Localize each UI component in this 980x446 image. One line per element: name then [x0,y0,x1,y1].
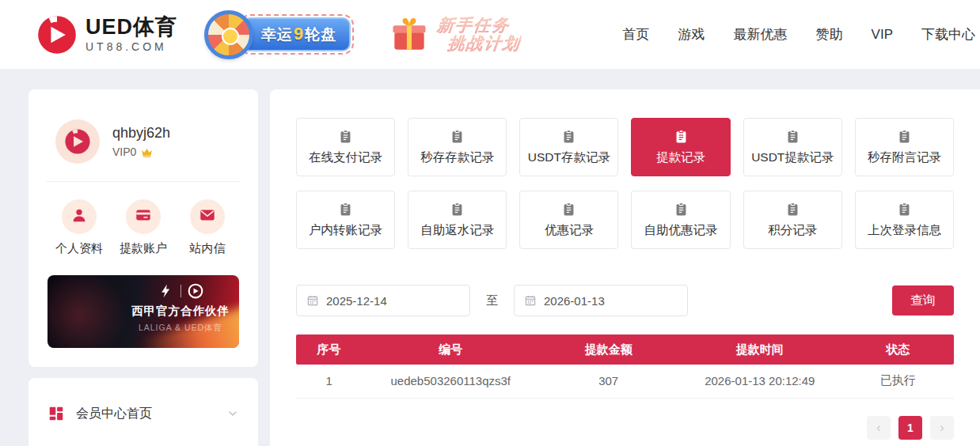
calendar-icon [524,294,537,307]
record-tab-label: 优惠记录 [545,222,594,239]
banner-title: 西甲官方合作伙伴 [131,304,230,319]
site-domain: UT88.COM [85,40,177,53]
record-tab-3[interactable]: 提款记录 [631,118,730,176]
shortcut-label: 提款账户 [120,241,167,256]
clipboard-icon [450,202,465,217]
shortcut-label: 个人资料 [55,241,103,256]
table-body: 1uedeb503260113qzs3f3072026-01-13 20:12:… [296,365,954,398]
date-from-value: 2025-12-14 [326,294,387,308]
record-tab-label: 提款记录 [656,149,705,166]
record-tabs: 在线支付记录秒存存款记录USDT存款记录提款记录USDT提款记录秒存附言记录户内… [296,118,954,249]
brand-arrow-icon [36,14,78,55]
menu-item-1[interactable]: 账户中心 [46,441,241,446]
newbie-task-line1: 新手任务 [436,16,511,34]
table-header-cell: 提款时间 [678,334,842,365]
gift-icon [387,13,431,57]
clipboard-icon [785,129,800,144]
record-tab-label: 户内转账记录 [309,222,382,239]
record-tab-label: 上次登录信息 [868,222,941,239]
promo-newbie-task[interactable]: 新手任务 挑战计划 [387,13,522,57]
table-header: 序号编号提款金额提款时间状态 [296,334,954,365]
grid-icon [47,405,65,422]
table-cell: 307 [539,365,678,398]
nav-link-5[interactable]: 下载中心 [921,25,975,43]
clipboard-icon [338,129,353,144]
record-tab-9[interactable]: 自助优惠记录 [631,191,730,249]
record-tab-11[interactable]: 上次登录信息 [855,191,954,249]
clipboard-icon [561,129,576,144]
nav-link-3[interactable]: 赞助 [816,25,843,43]
record-tab-label: USDT提款记录 [751,149,834,166]
nav-links: 首页游戏最新优惠赞助VIP下载中心 [623,25,977,43]
records-panel: 在线支付记录秒存存款记录USDT存款记录提款记录USDT提款记录秒存附言记录户内… [270,89,980,446]
roulette-number: 9 [293,24,305,43]
date-filter: 2025-12-14 至 2026-01-13 查询 [296,285,954,316]
clipboard-icon [785,202,800,217]
table-header-cell: 状态 [842,334,954,365]
vip-level: VIP0 [112,146,136,158]
clipboard-icon [674,202,689,217]
laliga-partner-banner[interactable]: 西甲官方合作伙伴 LALIGA & UED体育 [47,275,239,348]
record-tab-10[interactable]: 积分记录 [743,191,842,249]
record-tab-label: 秒存存款记录 [420,149,494,166]
record-tab-5[interactable]: 秒存附言记录 [855,118,954,176]
site-title: UED体育 [85,16,177,38]
record-tab-label: 在线支付记录 [309,149,382,166]
nav-link-1[interactable]: 游戏 [678,25,705,43]
record-tab-label: USDT存款记录 [528,149,610,166]
chevron-down-icon [226,407,239,420]
table-cell: uedeb503260113qzs3f [362,365,539,398]
withdraw-records-table: 序号编号提款金额提款时间状态 1uedeb503260113qzs3f30720… [296,334,954,399]
table-header-cell: 提款金额 [539,334,678,365]
site-logo[interactable]: UED体育 UT88.COM [36,14,177,55]
shortcut-2[interactable]: 站内信 [179,199,236,256]
record-tab-4[interactable]: USDT提款记录 [743,118,842,176]
user-shortcuts: 个人资料提款账户站内信 [47,182,239,256]
top-navbar: UED体育 UT88.COM 幸运9轮盘 新手任务 挑战计划 首页游戏最新优惠赞… [0,0,980,70]
bank-card-icon [135,206,152,227]
record-tab-6[interactable]: 户内转账记录 [296,191,395,249]
record-tab-label: 自助优惠记录 [644,222,718,239]
shortcut-1[interactable]: 提款账户 [115,199,172,256]
record-tab-2[interactable]: USDT存款记录 [519,118,618,176]
query-button[interactable]: 查询 [892,285,954,316]
date-to-input[interactable]: 2026-01-13 [514,285,688,316]
nav-link-2[interactable]: 最新优惠 [734,25,788,43]
roulette-label-suffix: 轮盘 [305,26,336,43]
menu-item-label: 会员中心首页 [76,406,215,422]
user-card: qhbyj62h VIP0 个人资料提款账户站内信 [28,89,258,367]
table-cell: 2026-01-13 20:12:49 [678,365,842,398]
username: qhbyj62h [112,125,170,142]
page-content: qhbyj62h VIP0 个人资料提款账户站内信 [0,70,980,446]
partner-logos-icon [131,283,230,299]
shortcut-label: 站内信 [190,241,226,256]
next-page-button[interactable]: › [930,416,954,440]
clipboard-icon [338,202,353,217]
user-summary: qhbyj62h VIP0 [55,119,239,164]
record-tab-8[interactable]: 优惠记录 [519,191,618,249]
menu-item-0[interactable]: 会员中心首页 [46,386,241,441]
nav-link-4[interactable]: VIP [872,27,893,43]
date-from-input[interactable]: 2025-12-14 [296,285,470,316]
calendar-icon [306,294,319,307]
crown-icon [140,146,154,159]
user-icon [70,206,88,227]
current-page-button[interactable]: 1 [898,416,922,440]
shortcut-0[interactable]: 个人资料 [51,199,108,256]
record-tab-label: 秒存附言记录 [868,149,941,166]
clipboard-icon [561,202,576,217]
clipboard-icon [897,202,912,217]
date-to-value: 2026-01-13 [544,294,605,308]
nav-link-0[interactable]: 首页 [623,25,650,43]
roulette-wheel-icon [204,10,253,59]
prev-page-button[interactable]: ‹ [867,416,891,440]
sidebar: qhbyj62h VIP0 个人资料提款账户站内信 [28,89,258,446]
table-header-cell: 序号 [296,334,362,365]
newbie-task-line2: 挑战计划 [447,35,522,53]
record-tab-1[interactable]: 秒存存款记录 [408,118,507,176]
avatar[interactable] [55,119,100,164]
record-tab-0[interactable]: 在线支付记录 [296,118,395,176]
promo-lucky-roulette[interactable]: 幸运9轮盘 [204,10,351,59]
record-tab-7[interactable]: 自助返水记录 [408,191,507,249]
clipboard-icon [450,129,465,144]
